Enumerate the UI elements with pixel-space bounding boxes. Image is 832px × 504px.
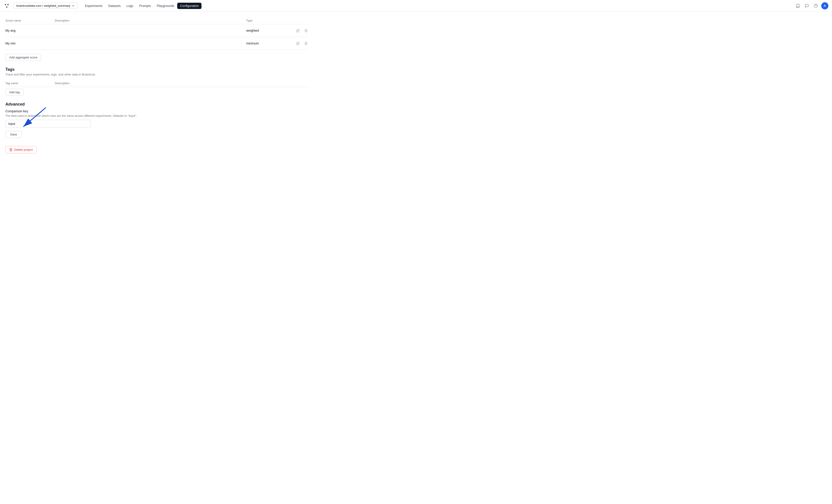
- edit-icon: [296, 42, 300, 45]
- chat-icon: [805, 4, 809, 8]
- delete-project-button[interactable]: Delete project: [5, 146, 36, 153]
- svg-point-1: [7, 4, 9, 5]
- project-selector[interactable]: braintrustdata.com / weighted_summary: [14, 3, 78, 9]
- advanced-section: Advanced Comparison key The field used t…: [5, 102, 309, 138]
- col-actions: [291, 19, 309, 22]
- nav-datasets[interactable]: Datasets: [106, 3, 123, 9]
- nav-experiments[interactable]: Experiments: [82, 3, 105, 9]
- help-icon-button[interactable]: [812, 2, 820, 9]
- app-logo[interactable]: [4, 3, 10, 9]
- nav-prompts[interactable]: Prompts: [136, 3, 154, 9]
- trash-delete-icon: [9, 148, 12, 151]
- delete-my-min-button[interactable]: [303, 40, 309, 47]
- tags-description: Track and filter your experiments, logs,…: [5, 73, 309, 76]
- comparison-key-desc: The field used to determine which rows a…: [5, 114, 309, 117]
- delete-section: Delete project: [5, 146, 309, 153]
- edit-my-min-button[interactable]: [295, 40, 301, 47]
- svg-point-0: [5, 4, 6, 5]
- comparison-key-section: Comparison key The field used to determi…: [5, 109, 309, 128]
- col-tag-name: Tag name: [5, 82, 55, 85]
- main-content: Score name Description Type My avg weigh…: [0, 12, 314, 167]
- trash-icon: [304, 29, 308, 32]
- chat-icon-button[interactable]: [803, 2, 810, 9]
- add-score-container: Add aggregate score: [5, 54, 309, 61]
- nav-configuration[interactable]: Configuration: [177, 3, 201, 9]
- nav-links: Experiments Datasets Logs Prompts Playgr…: [82, 3, 792, 9]
- col-tag-desc: Description: [55, 82, 309, 85]
- delete-my-avg-button[interactable]: [303, 27, 309, 34]
- tags-section: Tags Track and filter your experiments, …: [5, 67, 309, 96]
- navbar: braintrustdata.com / weighted_summary Ex…: [0, 0, 832, 12]
- save-button-container: Save: [5, 131, 309, 138]
- nav-logs[interactable]: Logs: [124, 3, 136, 9]
- tags-table-header: Tag name Description: [5, 80, 309, 87]
- book-icon-button[interactable]: [794, 2, 802, 9]
- table-row: My avg weighted: [5, 24, 309, 37]
- svg-point-3: [814, 4, 817, 7]
- table-row: My min minimum: [5, 37, 309, 50]
- add-tag-button[interactable]: Add tag: [5, 89, 24, 96]
- score-type-my-avg: weighted: [246, 29, 291, 32]
- save-button[interactable]: Save: [5, 131, 22, 138]
- col-type: Type: [246, 19, 291, 22]
- chevron-down-icon: [72, 4, 75, 7]
- svg-point-2: [6, 6, 7, 8]
- edit-my-avg-button[interactable]: [295, 27, 301, 34]
- delete-project-label: Delete project: [14, 148, 33, 151]
- avatar[interactable]: A: [821, 2, 828, 9]
- row-actions-my-min: [291, 40, 309, 47]
- help-icon: [814, 4, 818, 8]
- book-icon: [796, 4, 800, 8]
- score-type-my-min: minimum: [246, 42, 291, 45]
- trash-icon: [304, 42, 308, 45]
- add-aggregate-score-button[interactable]: Add aggregate score: [5, 54, 41, 61]
- score-name-my-avg: My avg: [5, 29, 55, 32]
- advanced-title: Advanced: [5, 102, 309, 107]
- col-score-name: Score name: [5, 19, 55, 22]
- comparison-key-label: Comparison key: [5, 109, 309, 113]
- nav-right-area: A: [794, 2, 828, 9]
- tags-title: Tags: [5, 67, 309, 72]
- row-actions-my-avg: [291, 27, 309, 34]
- nav-playgrounds[interactable]: Playgrounds: [154, 3, 177, 9]
- edit-icon: [296, 29, 300, 32]
- score-name-my-min: My min: [5, 42, 55, 45]
- comparison-key-input[interactable]: [5, 120, 91, 128]
- scores-table-header: Score name Description Type: [5, 17, 309, 24]
- col-description: Description: [55, 19, 246, 22]
- project-selector-label: braintrustdata.com / weighted_summary: [17, 4, 70, 7]
